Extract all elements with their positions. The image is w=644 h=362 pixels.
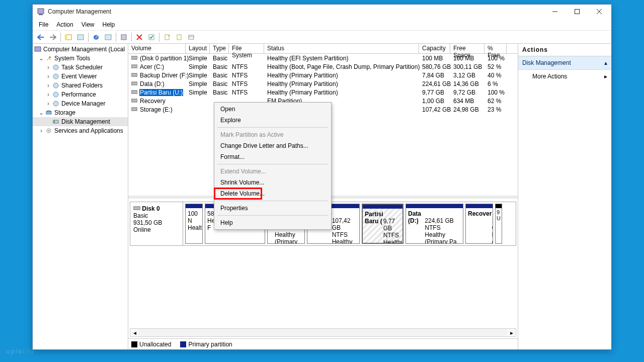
header-volume[interactable]: Volume: [128, 44, 186, 53]
actions-more[interactable]: More Actions ▸: [518, 70, 611, 83]
help-button[interactable]: ?: [91, 32, 102, 43]
svg-rect-35: [131, 65, 137, 68]
storage-icon: [45, 109, 52, 117]
table-row[interactable]: Data (D:)SimpleBasicNTFSHealthy (Primary…: [128, 79, 518, 88]
table-row[interactable]: Backup Driver (F:)SimpleBasicNTFSHealthy…: [128, 71, 518, 79]
tree-child-icon: [52, 82, 59, 89]
chevron-right-icon: ▸: [604, 73, 607, 80]
new-button[interactable]: [162, 32, 173, 43]
menu-file[interactable]: File: [35, 20, 52, 29]
disk-header[interactable]: Disk 0 Basic 931,50 GB Online: [130, 202, 183, 245]
header-pfree[interactable]: % Free: [485, 44, 507, 53]
back-button[interactable]: [35, 32, 46, 43]
menu-help[interactable]: Help: [99, 20, 119, 29]
table-row[interactable]: Partisi Baru (U:)SimpleBasicNTFSHealthy …: [128, 88, 518, 97]
menu-item-format[interactable]: Format...: [215, 151, 330, 162]
chevron-right-icon[interactable]: ›: [45, 91, 52, 98]
scroll-right-icon[interactable]: ▸: [507, 329, 516, 336]
services-icon: [45, 127, 52, 135]
chevron-right-icon[interactable]: ›: [45, 64, 52, 71]
header-free[interactable]: Free Space: [450, 44, 485, 53]
partition-box[interactable]: Data (D:)224,61 GB NTFSHealthy (Primary …: [406, 204, 463, 244]
settings-button[interactable]: [118, 32, 129, 43]
disk-drive-icon: [133, 205, 140, 212]
tree-disk-management[interactable]: Disk Management: [33, 117, 128, 126]
chevron-right-icon[interactable]: ›: [45, 82, 52, 89]
header-fs[interactable]: File System: [229, 44, 264, 53]
menu-item-explore[interactable]: Explore: [215, 115, 330, 126]
tool-button[interactable]: [174, 32, 185, 43]
menu-item-mark-partition-as-active: Mark Partition as Active: [215, 129, 330, 140]
svg-rect-38: [131, 90, 137, 94]
svg-point-33: [48, 130, 49, 132]
tree-item-event-viewer[interactable]: ›Event Viewer: [33, 72, 128, 81]
table-row[interactable]: (Disk 0 partition 1)SimpleBasicHealthy (…: [128, 54, 518, 62]
menu-action[interactable]: Action: [52, 20, 77, 29]
volume-icon: [131, 55, 137, 61]
menu-item-open[interactable]: Open: [215, 104, 330, 115]
tree-root[interactable]: Computer Management (Local: [33, 45, 128, 54]
svg-rect-0: [38, 9, 44, 14]
tree-services[interactable]: › Services and Applications: [33, 126, 128, 135]
partition-box[interactable]: 100 NHealt: [185, 204, 203, 244]
chevron-down-icon[interactable]: ⌄: [38, 109, 45, 116]
chevron-down-icon[interactable]: ⌄: [38, 55, 45, 62]
menu-item-help[interactable]: Help: [215, 217, 330, 228]
menu-view[interactable]: View: [77, 20, 99, 29]
header-type[interactable]: Type: [210, 44, 229, 53]
toolbar: ?: [33, 31, 611, 44]
tree-system-tools[interactable]: ⌄ System Tools: [33, 54, 128, 63]
menu-item-change-drive-letter-and-paths[interactable]: Change Drive Letter and Paths...: [215, 140, 330, 151]
menu-item-delete-volume[interactable]: Delete Volume...: [215, 188, 330, 199]
minimize-button[interactable]: [544, 5, 566, 19]
svg-point-26: [53, 92, 58, 97]
chevron-right-icon[interactable]: ›: [38, 127, 45, 134]
svg-rect-21: [35, 47, 41, 51]
svg-text:?: ?: [95, 34, 98, 40]
show-hide-tree-button[interactable]: [63, 32, 74, 43]
scroll-left-icon[interactable]: ◂: [130, 329, 139, 336]
menu-item-properties[interactable]: Properties: [215, 203, 330, 214]
partition-box[interactable]: 9U: [495, 204, 502, 244]
partition-box[interactable]: Recover1,00 GB NHealthy (: [465, 204, 493, 244]
volume-icon: [131, 89, 137, 95]
refresh-button[interactable]: [103, 32, 114, 43]
disk-mgmt-icon: [52, 118, 59, 126]
tree-child-icon: [52, 100, 59, 108]
close-button[interactable]: [588, 5, 610, 19]
svg-rect-36: [131, 73, 137, 76]
header-capacity[interactable]: Capacity: [419, 44, 450, 53]
volume-icon: [131, 107, 137, 112]
titlebar: Computer Management: [33, 5, 611, 19]
window-title: Computer Management: [48, 8, 544, 15]
menu-item-shrink-volume[interactable]: Shrink Volume...: [215, 177, 330, 188]
partition-box[interactable]: Partisi Baru (9,77 GB NTFSHealthy (Prim: [362, 204, 404, 244]
svg-rect-18: [177, 35, 181, 40]
properties-button[interactable]: [75, 32, 86, 43]
svg-rect-8: [77, 35, 84, 40]
tree-item-device-manager[interactable]: ›Device Manager: [33, 99, 128, 108]
header-layout[interactable]: Layout: [186, 44, 210, 53]
tree-item-task-scheduler[interactable]: ›Task Scheduler: [33, 63, 128, 72]
chevron-right-icon[interactable]: ›: [45, 73, 52, 80]
list-button[interactable]: [186, 32, 197, 43]
tree-item-shared-folders[interactable]: ›Shared Folders: [33, 81, 128, 90]
scrollbar[interactable]: ◂ ▸: [130, 328, 516, 337]
chevron-right-icon[interactable]: ›: [45, 100, 52, 107]
check-button[interactable]: [146, 32, 157, 43]
volume-icon: [131, 81, 137, 86]
tree-child-icon: [52, 91, 59, 99]
tree-storage[interactable]: ⌄ Storage: [33, 108, 128, 117]
header-status[interactable]: Status: [264, 44, 419, 53]
delete-icon[interactable]: [134, 32, 145, 43]
table-row[interactable]: Acer (C:)SimpleBasicNTFSHealthy (Boot, P…: [128, 62, 518, 71]
svg-point-27: [53, 101, 58, 106]
app-icon: [37, 8, 45, 16]
actions-category[interactable]: Disk Management ▴: [518, 56, 611, 70]
forward-button[interactable]: [47, 32, 58, 43]
table-headers: Volume Layout Type File System Status Ca…: [128, 44, 518, 54]
maximize-button[interactable]: [566, 5, 588, 19]
svg-rect-40: [131, 108, 137, 111]
tree-item-performance[interactable]: ›Performance: [33, 90, 128, 99]
svg-rect-39: [131, 99, 137, 102]
